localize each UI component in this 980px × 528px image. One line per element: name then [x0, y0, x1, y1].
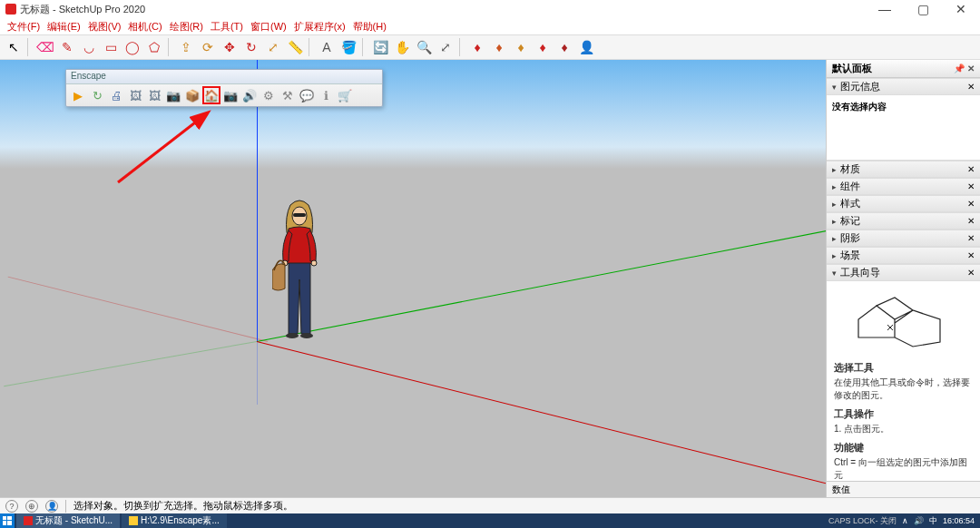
menu-1[interactable]: 编辑(E) [45, 20, 83, 34]
tool-ruby2[interactable]: ♦ [489, 37, 509, 57]
enscape-export-button[interactable]: 🖨 [107, 86, 125, 104]
start-button[interactable] [0, 513, 15, 528]
tool-orbit[interactable]: 🔄 [370, 37, 390, 57]
svg-rect-9 [3, 521, 6, 525]
panel-2[interactable]: 样式✕ [827, 195, 980, 212]
tool-warehouse[interactable]: 👤 [576, 37, 596, 57]
tool-arc[interactable]: ◡ [79, 37, 99, 57]
axis-green-neg [4, 341, 257, 386]
enscape-sound-button[interactable]: 🔊 [240, 86, 259, 104]
tool-tape[interactable]: 📏 [285, 37, 305, 57]
axis-green [257, 220, 826, 342]
tool-paint[interactable]: 🪣 [338, 37, 358, 57]
svg-point-3 [311, 260, 317, 266]
enscape-toolbar[interactable]: Enscape ▶↻🖨🖼🖼📷📦🏠📷🔊⚙⚒💬ℹ🛒 [65, 69, 383, 107]
panel-close-icon[interactable]: ✕ [967, 216, 975, 226]
svg-rect-10 [7, 521, 12, 525]
geo-icon[interactable]: ⊕ [25, 500, 38, 513]
panel-close-icon[interactable]: ✕ [967, 181, 975, 191]
tool-pan[interactable]: ✋ [392, 37, 412, 57]
menu-3[interactable]: 相机(C) [126, 20, 163, 34]
task-explorer[interactable]: H:\2.9\Enscape素... [122, 513, 227, 528]
status-bar: ? ⊕ 👤 选择对象。切换到扩充选择。拖动鼠标选择多项。 [0, 497, 980, 513]
tool-polygon[interactable]: ⬠ [144, 37, 164, 57]
tool-scale[interactable]: ⤢ [263, 37, 283, 57]
tool-ruby4[interactable]: ♦ [533, 37, 553, 57]
svg-point-4 [286, 333, 299, 338]
enscape-toolbar-title[interactable]: Enscape [66, 70, 382, 84]
tool-zoom-ext[interactable]: ⤢ [436, 37, 456, 57]
tool-ruby3[interactable]: ♦ [511, 37, 531, 57]
enscape-pkg-button[interactable]: 📦 [183, 86, 201, 104]
enscape-album-button[interactable]: 📷 [221, 86, 240, 104]
enscape-feedback-button[interactable]: 💬 [298, 86, 316, 104]
enscape-batch-button[interactable]: 🖼 [145, 86, 163, 104]
menu-4[interactable]: 绘图(R) [168, 20, 205, 34]
tool-eraser[interactable]: ⌫ [35, 37, 55, 57]
tool-zoom[interactable]: 🔍 [414, 37, 434, 57]
scale-figure[interactable] [272, 198, 327, 343]
panel-close-icon[interactable]: ✕ [967, 268, 975, 278]
workspace: Enscape ▶↻🖨🖼🖼📷📦🏠📷🔊⚙⚒💬ℹ🛒 默认面板 📌 ✕ 图元信息 ✕ … [0, 60, 980, 497]
enscape-visual-button[interactable]: ⚙ [260, 86, 278, 104]
panel-6[interactable]: 工具向导✕ [827, 264, 980, 281]
minimize-button[interactable]: — [871, 2, 898, 16]
menu-8[interactable]: 帮助(H) [351, 20, 388, 34]
enscape-assets-button[interactable]: 🏠 [202, 86, 220, 104]
axis-blue-neg [257, 341, 258, 405]
menu-5[interactable]: 工具(T) [209, 20, 245, 34]
caps-indicator: CAPS LOCK- 关闭 [828, 515, 897, 527]
close-button[interactable]: ✕ [947, 2, 975, 16]
system-tray[interactable]: CAPS LOCK- 关闭 ∧🔊中 16:06:54 [823, 515, 980, 527]
svg-point-5 [300, 333, 313, 338]
panel-close-icon[interactable]: ✕ [967, 199, 975, 209]
axis-red [257, 341, 826, 495]
svg-rect-8 [7, 516, 12, 520]
menu-6[interactable]: 窗口(W) [249, 20, 289, 34]
menu-0[interactable]: 文件(F) [5, 20, 42, 34]
user-icon[interactable]: 👤 [45, 500, 58, 513]
menu-2[interactable]: 视图(V) [86, 20, 123, 34]
panel-1[interactable]: 组件✕ [827, 178, 980, 195]
instructor-illustration [849, 292, 958, 356]
panel-0[interactable]: 材质✕ [827, 161, 980, 178]
panel-4[interactable]: 阴影✕ [827, 230, 980, 247]
enscape-about-button[interactable]: ℹ [317, 86, 335, 104]
tool-ruby5[interactable]: ♦ [554, 37, 574, 57]
task-sketchup[interactable]: 无标题 - SketchU... [16, 513, 120, 528]
status-hint: 选择对象。切换到扩充选择。拖动鼠标选择多项。 [74, 499, 293, 513]
panel-entity-info[interactable]: 图元信息 ✕ [827, 78, 980, 95]
tool-circle[interactable]: ◯ [122, 37, 142, 57]
panel-close-icon[interactable]: ✕ [967, 250, 975, 260]
viewport[interactable]: Enscape ▶↻🖨🖼🖼📷📦🏠📷🔊⚙⚒💬ℹ🛒 [0, 60, 826, 497]
enscape-start-button[interactable]: ▶ [69, 86, 87, 104]
svg-rect-7 [3, 516, 6, 520]
tool-rect[interactable]: ▭ [101, 37, 121, 57]
tool-move[interactable]: ✥ [220, 37, 240, 57]
tool-select[interactable]: ↖ [4, 37, 24, 57]
enscape-general-button[interactable]: ⚒ [279, 86, 297, 104]
panel-close-icon[interactable]: ✕ [967, 164, 975, 174]
svg-rect-1 [293, 213, 306, 217]
window-title: 无标题 - SketchUp Pro 2020 [20, 3, 145, 16]
enscape-license-button[interactable]: 🛒 [336, 86, 354, 104]
tool-pushpull[interactable]: ⇪ [176, 37, 196, 57]
enscape-sync-button[interactable]: ↻ [88, 86, 106, 104]
tool-line[interactable]: ✎ [57, 37, 77, 57]
tray-pin-icon[interactable]: 📌 ✕ [954, 64, 975, 73]
instructor-panel: 选择工具 在使用其他工具或命令时，选择要修改的图元。 工具操作 1. 点击图元。… [827, 281, 980, 481]
panel-5[interactable]: 场景✕ [827, 247, 980, 264]
panel-3[interactable]: 标记✕ [827, 212, 980, 230]
tool-ruby1[interactable]: ♦ [467, 37, 487, 57]
menu-7[interactable]: 扩展程序(x) [292, 20, 348, 34]
tray-title-bar[interactable]: 默认面板 📌 ✕ [827, 60, 980, 78]
tool-rotate[interactable]: ↻ [241, 37, 261, 57]
tool-offset[interactable]: ⟳ [198, 37, 218, 57]
panel-close-icon[interactable]: ✕ [967, 233, 975, 243]
maximize-button[interactable]: ▢ [909, 2, 936, 16]
enscape-video-button[interactable]: 📷 [164, 86, 182, 104]
help-icon[interactable]: ? [5, 500, 18, 513]
enscape-screenshot-button[interactable]: 🖼 [126, 86, 144, 104]
axis-red-neg [8, 277, 268, 342]
tool-text[interactable]: A [317, 37, 337, 57]
